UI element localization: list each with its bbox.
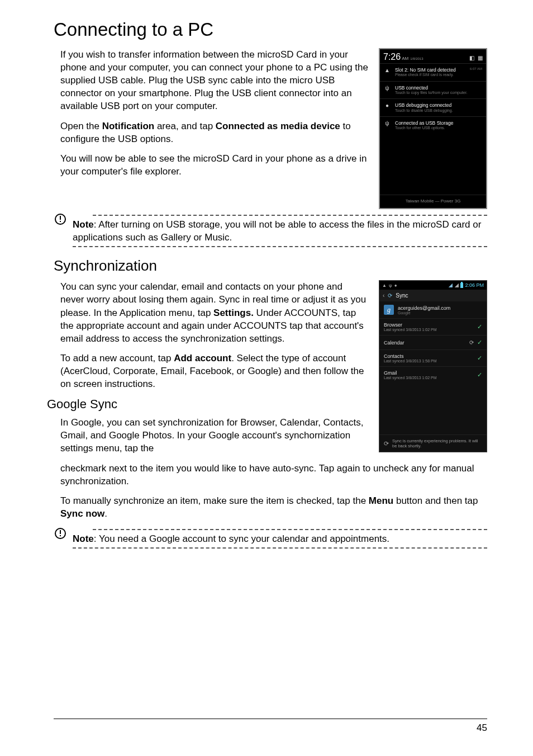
- text: .: [104, 508, 107, 519]
- header-title: Sync: [396, 292, 408, 299]
- paragraph-google-sync-a: In Google, you can set synchronization f…: [60, 416, 369, 455]
- notification-title: Connected as USB Storage: [395, 120, 482, 126]
- checkmark-icon: ✓: [477, 323, 482, 330]
- account-row: g acerguides@gmail.com Google: [379, 301, 487, 318]
- screenshot-sync-settings: ▲ ψ ● 2:06 PM ‹ ⟳ Sync g acergu: [379, 280, 487, 452]
- paragraph-drive: You will now be able to see the microSD …: [60, 152, 369, 178]
- paragraph-notification: Open the Notification area, and tap Conn…: [60, 120, 369, 145]
- notification-title: USB debugging connected: [395, 102, 482, 108]
- text: To add a new account, tap: [60, 353, 174, 363]
- sync-error-icon: ⟳: [384, 440, 389, 447]
- notification-row: ψ Connected as USB StorageTouch for othe…: [380, 116, 486, 134]
- notification-sub: Touch to disable USB debugging.: [395, 108, 482, 113]
- signal-icon: [448, 283, 453, 287]
- account-email: acerguides@gmail.com: [398, 305, 450, 311]
- notification-row: ψ USB connectedTouch to copy files to/fr…: [380, 81, 486, 99]
- checkmark-icon: ✓: [477, 355, 482, 362]
- warning-icon: ▲: [384, 67, 391, 74]
- bold-add-account: Add account: [174, 353, 231, 363]
- note-label: Note: [73, 219, 94, 230]
- usb-icon: ψ: [384, 85, 391, 92]
- account-provider: Google: [398, 311, 450, 315]
- svg-rect-4: [60, 530, 61, 534]
- bold-notification: Notification: [102, 121, 155, 131]
- paragraph-manual-sync: To manually synchronize an item, make su…: [60, 494, 487, 520]
- notification-title: USB connected: [395, 85, 482, 91]
- sync-item-title: Gmail: [384, 370, 437, 376]
- note-text: Note: After turning on USB storage, you …: [73, 218, 487, 244]
- sync-item: BrowserLast synced 3/8/2013 1:02 PM ✓: [379, 318, 487, 335]
- sync-item: ContactsLast synced 3/8/2013 1:58 PM ✓: [379, 349, 487, 366]
- sync-item-sub: Last synced 3/8/2013 1:02 PM: [384, 376, 437, 380]
- sync-item-title: Calendar: [384, 340, 404, 346]
- paragraph-intro: If you wish to transfer information betw…: [60, 48, 369, 113]
- text: area, and tap: [154, 121, 216, 131]
- usb-icon: ψ: [389, 283, 392, 288]
- back-icon: ‹: [383, 292, 384, 299]
- notification-sub: Please check if SIM card is ready.: [395, 73, 465, 77]
- sync-item: GmailLast synced 3/8/2013 1:02 PM ✓: [379, 366, 487, 383]
- svg-rect-1: [60, 216, 61, 220]
- bold-sync-now: Sync now: [60, 508, 104, 519]
- signal-icon: [454, 283, 459, 287]
- carrier-label: Taiwan Mobile — Power 3G: [380, 195, 486, 209]
- notification-sub: Touch to copy files to/from your compute…: [395, 91, 482, 95]
- syncing-icon: ⟳: [469, 339, 474, 346]
- sync-item-title: Browser: [384, 322, 437, 328]
- text: button and then tap: [393, 495, 478, 506]
- sync-header: ‹ ⟳ Sync: [379, 290, 487, 301]
- notification-title: Slot 2: No SIM card detected: [395, 67, 465, 73]
- status-date: 1/8/2013: [410, 57, 423, 61]
- checkmark-icon: ✓: [477, 339, 482, 346]
- sync-item: Calendar ⟳ ✓: [379, 335, 487, 349]
- page-footer: 45: [54, 719, 487, 734]
- battery-icon: [460, 283, 463, 288]
- bold-settings: Settings.: [213, 308, 254, 318]
- status-time: 7:26: [383, 51, 401, 62]
- text: Open the: [60, 121, 102, 131]
- bold-connected-media: Connected as media device: [216, 121, 340, 131]
- sync-item-title: Contacts: [384, 353, 437, 359]
- warning-icon: ▲: [382, 283, 387, 288]
- screenshot-notification-panel: 7:26 AM 1/8/2013 ◧ ▦ ▲ Slot 2: No SIM ca…: [379, 48, 487, 209]
- status-ampm: AM: [402, 56, 408, 62]
- sync-item-sub: Last synced 3/8/2013 1:58 PM: [384, 359, 437, 363]
- android-icon: ●: [384, 102, 391, 109]
- grid-icon: ▦: [478, 55, 483, 62]
- note-body: : You need a Google account to sync your…: [94, 533, 389, 544]
- sync-icon: ⟳: [388, 292, 392, 299]
- svg-rect-2: [60, 221, 61, 222]
- heading-google-sync: Google Sync: [47, 397, 369, 412]
- status-bar: 7:26 AM 1/8/2013 ◧ ▦: [380, 49, 486, 63]
- heading-connecting: Connecting to a PC: [54, 19, 487, 40]
- notification-row: ● USB debugging connectedTouch to disabl…: [380, 98, 486, 116]
- checkmark-icon: ✓: [477, 371, 482, 379]
- google-icon: g: [384, 305, 394, 315]
- notification-sub: Touch for other USB options.: [395, 126, 482, 130]
- note-text: Note: You need a Google account to sync …: [73, 532, 487, 545]
- settings-tiles-icon: ◧: [469, 55, 474, 62]
- heading-synchronization: Synchronization: [54, 257, 487, 275]
- sync-item-sub: Last synced 3/8/2013 1:02 PM: [384, 328, 437, 332]
- info-icon: [54, 212, 67, 226]
- paragraph-sync-intro: You can sync your calendar, email and co…: [60, 280, 369, 345]
- usb-icon: ψ: [384, 120, 391, 127]
- sync-footer-message: ⟳ Sync is currently experiencing problem…: [379, 434, 487, 452]
- paragraph-google-sync-b: checkmark next to the item you would lik…: [60, 462, 487, 488]
- note-block-usb: Note: After turning on USB storage, you …: [54, 212, 487, 249]
- sync-footer-text: Sync is currently experiencing problems.…: [392, 438, 482, 448]
- page-number: 45: [477, 722, 487, 733]
- paragraph-add-account: To add a new account, tap Add account. S…: [60, 352, 369, 390]
- android-icon: ●: [394, 283, 397, 288]
- note-block-google: Note: You need a Google account to sync …: [54, 527, 487, 551]
- text: To manually synchronize an item, make su…: [60, 495, 369, 506]
- note-label: Note: [73, 533, 94, 544]
- note-body: : After turning on USB storage, you will…: [73, 219, 481, 243]
- notification-row: ▲ Slot 2: No SIM card detectedPlease che…: [380, 63, 486, 81]
- notification-timestamp: 6:07 AM: [470, 67, 482, 71]
- svg-rect-5: [60, 535, 61, 536]
- status-bar: ▲ ψ ● 2:06 PM: [379, 281, 487, 290]
- bold-menu: Menu: [369, 495, 393, 506]
- status-time: 2:06 PM: [465, 282, 484, 288]
- info-icon: [54, 527, 67, 540]
